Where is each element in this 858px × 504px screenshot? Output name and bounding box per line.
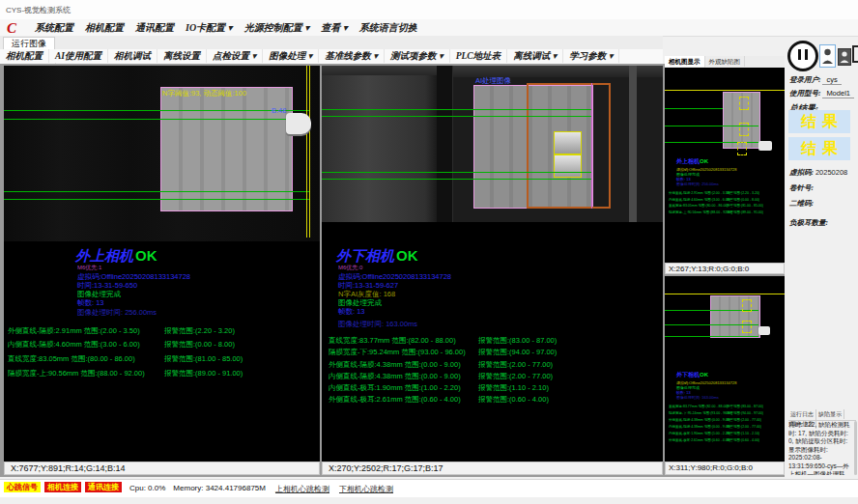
camera-name: 外上相机 <box>75 248 133 264</box>
user-icon <box>820 45 835 67</box>
alarm-range: 报警范围:(0.00 - 8.00) <box>164 340 235 350</box>
log-tab-defect[interactable]: 缺陷显示 <box>816 409 844 419</box>
gripper-clip <box>286 113 311 134</box>
measurement-row: 外侧直线-极耳:2.61mm 范围:(0.60 - 4.00) 报警范围:(0.… <box>322 395 663 405</box>
roi-marker <box>737 142 747 155</box>
tool-plc-address-table[interactable]: PLC地址表 <box>450 49 507 63</box>
roi-marker <box>742 321 752 333</box>
tool-baseline-params[interactable]: 基准线参数 ▾ <box>319 49 385 63</box>
roi-marker <box>739 123 749 136</box>
gripper-clip <box>758 141 772 151</box>
toolbar: 相机配置 AI使用配置 相机调试 离线设置 点检设置 ▾ 图像处理 ▾ 基准线参… <box>0 49 663 65</box>
process-time-label: 图像处理时间: 163.00ms <box>338 320 417 329</box>
edge-line <box>665 90 785 91</box>
menu-bar: C 系统配置 相机配置 通讯配置 IO卡配置 ▾ 光源控制配置 ▾ 查看 ▾ 系… <box>0 19 858 37</box>
tool-spotcheck-settings[interactable]: 点检设置 ▾ <box>207 49 263 63</box>
heartbeat-status-badge: 心跳信号 <box>4 482 41 492</box>
camera-view-upper[interactable]: N字阈值:93, 动态阈值:100 B.48 外上相机OK M6优先:1 虚拟码… <box>4 66 320 462</box>
tool-offline-settings[interactable]: 离线设置 <box>157 49 207 63</box>
camera-image-lower[interactable]: AI处理图像 <box>322 66 663 222</box>
tool-camera-config[interactable]: 相机配置 <box>0 49 49 63</box>
mini-camera-title: 外下相机OK <box>676 371 708 379</box>
edge-line <box>665 294 785 294</box>
window-title: CYS-视觉检测系统 <box>6 5 71 15</box>
log-scrollbar[interactable] <box>854 421 857 475</box>
edge-line <box>306 66 307 238</box>
measure-line <box>4 199 309 200</box>
coords-readout-preview-lower: X:311;Y:980;R:0;G:0;B:0 <box>665 462 785 475</box>
preview-panel-upper[interactable]: 外上相机OK 虚拟码:Offline20250208133134728 图像处理… <box>665 68 785 263</box>
alarm-range: 报警范围:(2.00 - 77.00) <box>478 360 553 370</box>
measurement-row: 外侧直线-隔膜:4.38mm 范围:(0.00 - 9.00) 报警范围:(2.… <box>322 360 663 370</box>
camera-view-lower[interactable]: AI处理图像 外下相机OK M6优先:0 虚拟码:Offline20250208… <box>322 66 663 462</box>
mini-process-time: 图像处理时间: 256.00ms <box>676 182 719 186</box>
log-tab-strip: 运行日志 缺陷显示 颜色信息 <box>788 409 856 421</box>
tool-test-params[interactable]: 测试项参数 ▾ <box>385 49 450 63</box>
measure-line <box>322 109 591 110</box>
machine-block <box>322 75 437 222</box>
result-box-lower: 结果 <box>788 137 850 160</box>
alarm-range: 报警范围:(83.00 - 87.00) <box>478 336 557 346</box>
alarm-range: 报警范围:(2.00 - 77.00) <box>478 372 553 381</box>
pause-button[interactable] <box>787 41 818 71</box>
login-user-label: 登录用户: <box>789 75 821 84</box>
needle-number-label: 卷针号: <box>789 183 814 193</box>
tab-count-label: 负极耳数量: <box>789 218 828 228</box>
preview-panel-lower[interactable]: 外下相机OK 虚拟码:Offline20250208133134728 图像处理… <box>665 276 785 462</box>
user-dark-icon <box>839 49 850 65</box>
exit-button[interactable] <box>852 44 858 64</box>
menu-camera-config[interactable]: 相机配置 <box>85 21 124 35</box>
measure-line <box>322 116 591 117</box>
measurement-row: 外侧直线-隔膜:2.91mm 范围:(2.00 - 3.50) 报警范围:(2.… <box>4 326 320 336</box>
menu-light-config[interactable]: 光源控制配置 ▾ <box>244 21 310 35</box>
menu-view[interactable]: 查看 ▾ <box>321 21 348 35</box>
mini-process-time: 图像处理时间: 163.00ms <box>676 395 719 400</box>
status-bar: 心跳信号 相机连接 通讯连接 Cpu: 0.0% Memory: 3424.41… <box>0 479 858 497</box>
operator-button[interactable] <box>838 48 851 66</box>
coords-readout-upper: X:7677;Y:891;R:14;G:14;B:14 <box>4 462 320 475</box>
exit-door-icon <box>852 44 858 64</box>
marker-overlay-label: B.48 <box>272 106 286 115</box>
measurement-value: 内侧直线-极耳:1.90mm 范围:(1.00 - 2.20) <box>329 383 461 393</box>
login-user-button[interactable] <box>819 44 836 68</box>
alarm-range: 报警范围:(2.20 - 3.20) <box>164 326 235 336</box>
edge-line <box>309 66 310 238</box>
menu-language-switch[interactable]: 系统语言切换 <box>359 21 417 35</box>
tool-image-processing[interactable]: 图像处理 ▾ <box>263 49 319 63</box>
electrode-tab <box>554 131 582 154</box>
tool-offline-debug[interactable]: 离线调试 ▾ <box>507 49 563 63</box>
camera-name: 外下相机 <box>336 248 394 264</box>
model-select[interactable]: Model1 <box>822 89 854 98</box>
result-ok-label: OK <box>135 247 157 264</box>
tab-run-image[interactable]: 运行图像 <box>3 37 55 50</box>
roi-marker <box>742 299 752 312</box>
tool-learning-params[interactable]: 学习参数 ▾ <box>563 49 619 63</box>
login-user-value[interactable]: cys <box>822 75 841 85</box>
pause-icon <box>798 49 801 60</box>
coords-readout-lower: X:270;Y:2502;R:17;G:17;B:17 <box>322 462 663 475</box>
preview-tab-appearance[interactable]: 外观缺陷图 <box>705 56 746 67</box>
roi-marker <box>739 97 749 110</box>
model-label: 使用型号: <box>789 89 821 98</box>
menu-comm-config[interactable]: 通讯配置 <box>135 21 174 35</box>
log-tab-run[interactable]: 运行日志 <box>788 409 816 419</box>
camera-connect-badge: 相机连接 <box>44 482 81 492</box>
app-logo-icon: C <box>7 20 16 37</box>
tool-ai-use-config[interactable]: AI使用配置 <box>49 49 108 63</box>
measurement-value: 外侧直线-隔膜:2.91mm 范围:(2.00 - 3.50) <box>8 326 140 336</box>
lower-camera-heartbeat-link[interactable]: 下相机心跳检测 <box>339 484 393 494</box>
threshold-overlay-label: N字阈值:93, 动态阈值:100 <box>162 89 246 98</box>
tool-camera-debug[interactable]: 相机调试 <box>108 49 157 63</box>
menu-system-config[interactable]: 系统配置 <box>35 21 73 35</box>
frame-count-label: 帧数: 13 <box>77 298 104 308</box>
upper-camera-heartbeat-link[interactable]: 上相机心跳检测 <box>275 484 329 494</box>
alarm-range: 报警范围:(81.00 - 85.00) <box>164 354 243 364</box>
measurement-row: 内侧直线-极耳:1.90mm 范围:(1.00 - 2.20) 报警范围:(1.… <box>322 383 663 393</box>
preview-tab-camera[interactable]: 相机图显示 <box>665 56 705 67</box>
menu-io-config[interactable]: IO卡配置 ▾ <box>186 21 233 35</box>
measurement-row: 内侧直线-隔膜:4.60mm 范围:(3.00 - 6.00) 报警范围:(0.… <box>4 340 320 350</box>
alarm-range: 报警范围:(1.10 - 2.10) <box>478 383 549 393</box>
measure-line <box>4 191 309 192</box>
mini-camera-title: 外上相机OK <box>676 157 708 166</box>
camera-image-upper[interactable]: N字阈值:93, 动态阈值:100 B.48 <box>4 66 320 241</box>
